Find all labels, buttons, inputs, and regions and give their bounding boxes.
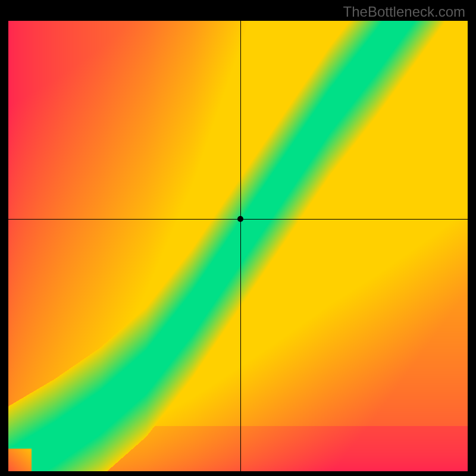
heatmap-canvas [8,21,468,471]
heatmap-chart [8,21,468,471]
marker-point [237,216,243,222]
watermark-text: TheBottleneck.com [343,4,465,20]
crosshair-vertical [240,21,241,471]
